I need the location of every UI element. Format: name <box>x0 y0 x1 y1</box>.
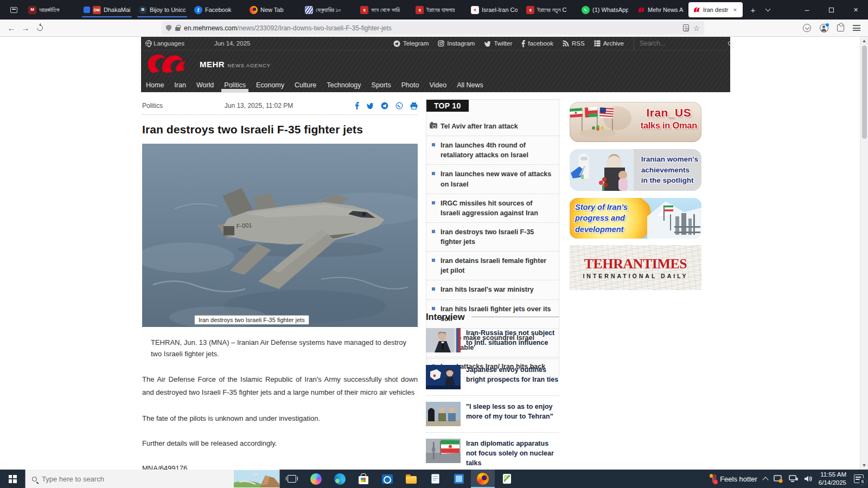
interview-item[interactable]: Iran-Russia ties not subject to Intl. si… <box>426 322 559 359</box>
languages-link[interactable]: Languages <box>154 40 184 47</box>
hamburger-menu-icon[interactable] <box>853 25 860 31</box>
forward-button[interactable]: → <box>18 22 33 35</box>
scroll-down-icon[interactable] <box>863 464 866 467</box>
nav-item-allnews[interactable]: All News <box>457 81 483 89</box>
reload-button[interactable] <box>33 22 47 35</box>
top10-item[interactable]: IRGC missiles hit sources of Israeli agg… <box>426 194 559 223</box>
archive-link[interactable]: Archive <box>594 40 624 47</box>
browser-tab[interactable]: BBijoy to Unicod <box>135 2 189 17</box>
article-category-link[interactable]: Politics <box>142 102 163 110</box>
taskbar-file-explorer[interactable] <box>399 470 423 488</box>
extensions-icon[interactable] <box>837 24 844 31</box>
browser-tab[interactable]: DMDhakaMail CM <box>80 2 134 17</box>
nav-item-video[interactable]: Video <box>429 81 446 89</box>
taskbar-edge[interactable] <box>328 470 352 488</box>
action-center-icon[interactable]: 6 <box>854 474 864 483</box>
tab-close-icon[interactable]: × <box>731 7 739 13</box>
taskbar-firefox[interactable] <box>471 470 495 488</box>
nav-item-sports[interactable]: Sports <box>372 81 391 89</box>
article-image[interactable]: F-001 Iran destroys two Israeli F-35 fig… <box>142 144 418 327</box>
top10-item[interactable]: Iran launches new wave of attacks on Isr… <box>426 165 559 194</box>
nav-item-politics[interactable]: Politics <box>224 81 246 89</box>
scroll-up-icon[interactable] <box>863 40 866 42</box>
browser-tab[interactable]: ফেব্রুয়ারির ১০ <box>301 2 355 17</box>
taskbar-photos[interactable] <box>447 470 471 488</box>
task-view-button[interactable] <box>280 470 304 488</box>
rss-link[interactable]: RSS <box>563 40 585 47</box>
browser-tab[interactable]: প্রইরানের হামলায় <box>412 2 466 17</box>
browser-tab-active[interactable]: Iran destroy× <box>688 2 743 17</box>
share-twitter-icon[interactable] <box>366 102 374 109</box>
taskbar-search-input[interactable] <box>42 475 234 483</box>
share-whatsapp-icon[interactable] <box>395 102 403 110</box>
nav-item-economy[interactable]: Economy <box>256 81 284 89</box>
taskbar-search[interactable] <box>25 470 280 488</box>
top10-item[interactable]: Iran detains Israeli female fighter jet … <box>426 252 559 280</box>
browser-tab[interactable]: Mehr News Ag <box>633 2 687 17</box>
weather-widget[interactable]: Feels hotter <box>712 474 757 483</box>
nav-item-technology[interactable]: Technology <box>327 81 361 89</box>
top10-item[interactable]: Tel Aviv after Iran attack <box>426 117 559 136</box>
tray-chevron-icon[interactable] <box>762 477 768 483</box>
taskbar-editor[interactable] <box>495 470 519 488</box>
browser-tab[interactable]: (1) WhatsApp <box>578 2 632 17</box>
browser-tab[interactable]: যাIsrael-Iran Con <box>467 2 521 17</box>
taskbar-store[interactable] <box>352 470 375 488</box>
interview-item[interactable]: Iran diplomatic apparatus not focus sole… <box>426 433 559 470</box>
top10-item[interactable]: Iran hits Israel's war ministry <box>426 280 559 299</box>
browser-tab[interactable]: প্রকবে থেকে ভারি <box>356 2 411 17</box>
bookmark-star-icon[interactable]: ☆ <box>693 24 700 32</box>
nav-item-home[interactable]: Home <box>146 81 164 89</box>
maximize-button[interactable] <box>819 0 844 20</box>
top10-item[interactable]: Iran launches 4th round of retaliatory a… <box>426 136 559 165</box>
pocket-icon[interactable] <box>803 24 811 32</box>
close-window-button[interactable]: × <box>844 0 868 20</box>
browser-tab[interactable]: New Tab <box>246 2 300 17</box>
scrollbar-thumb[interactable] <box>862 46 867 139</box>
banner-iran-us-talks[interactable]: Iran_US talks in Oman <box>570 102 701 142</box>
facebook-link[interactable]: facebook <box>521 40 553 47</box>
top10-item[interactable]: Iran destroys two Israeli F-35 fighter j… <box>426 223 559 252</box>
task-view-icon <box>288 475 296 483</box>
account-icon[interactable] <box>820 24 828 33</box>
twitter-link[interactable]: Twitter <box>484 40 512 47</box>
nav-item-world[interactable]: World <box>196 81 214 89</box>
share-facebook-icon[interactable] <box>355 102 359 110</box>
instagram-link[interactable]: Instagram <box>438 40 475 47</box>
browser-tab[interactable]: প্রইরানের নতুন C <box>522 2 577 17</box>
back-button[interactable]: ← <box>4 22 18 35</box>
nav-item-photo[interactable]: Photo <box>401 81 419 89</box>
mehr-logo[interactable] <box>144 52 194 77</box>
url-bar[interactable]: en.mehrnews.com/news/233092/Iran-downs-t… <box>162 21 704 35</box>
banner-tehran-times[interactable]: TEHRANTIMES INTERNATIONAL DAILY <box>570 245 701 290</box>
interview-item[interactable]: Japanese envoy outlines bright prospects… <box>426 359 559 396</box>
tray-screenshare-icon[interactable] <box>774 475 783 483</box>
interview-item[interactable]: "I sleep less so as to enjoy more of my … <box>426 396 559 433</box>
tab-overflow-button[interactable] <box>761 3 775 17</box>
site-search-input[interactable] <box>640 40 724 47</box>
taskbar-copilot[interactable] <box>304 470 328 488</box>
banner-iran-progress[interactable]: Story of Iran's progress and development <box>570 198 701 239</box>
nav-item-culture[interactable]: Culture <box>295 81 316 89</box>
search-icon[interactable] <box>728 41 732 46</box>
tracking-shield-icon[interactable] <box>166 25 171 31</box>
minimize-button[interactable]: – <box>795 0 819 20</box>
start-button[interactable] <box>0 470 25 488</box>
search-highlight-image[interactable] <box>234 470 279 487</box>
nav-item-iran[interactable]: Iran <box>174 81 186 89</box>
tray-network-icon[interactable] <box>789 475 798 483</box>
page-scrollbar[interactable] <box>860 37 868 470</box>
new-tab-button[interactable]: + <box>745 3 761 17</box>
taskbar-clock[interactable]: 11:55 AM 6/14/2025 <box>819 471 846 487</box>
telegram-link[interactable]: Telegram <box>393 40 429 47</box>
firefox-view-button[interactable] <box>5 3 22 17</box>
reader-mode-icon[interactable] <box>683 24 689 31</box>
taskbar-notepad[interactable] <box>423 470 447 488</box>
browser-tab[interactable]: Mআন্তর্জাতিক <box>24 2 79 17</box>
taskbar-outlook[interactable] <box>375 470 399 488</box>
banner-iranian-women[interactable]: Iranian women's achievements in the spot… <box>570 149 701 191</box>
share-print-icon[interactable] <box>410 102 418 110</box>
tray-volume-icon[interactable] <box>804 475 813 483</box>
share-telegram-icon[interactable] <box>381 102 388 110</box>
browser-tab[interactable]: fFacebook <box>190 2 245 17</box>
